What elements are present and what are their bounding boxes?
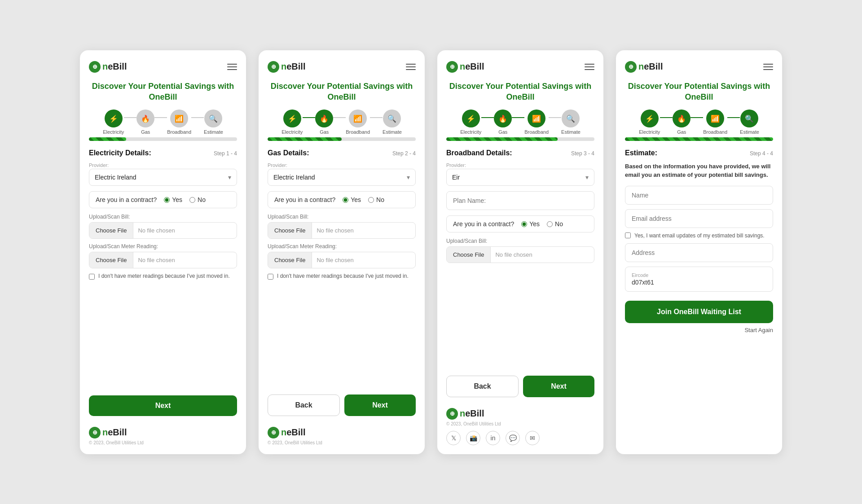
- contract-yes-radio-3[interactable]: [521, 221, 527, 227]
- contract-yes-radio-1[interactable]: [164, 197, 170, 203]
- step-broadband-2: 📶 Broadband: [346, 110, 370, 135]
- contract-no-radio-1[interactable]: [189, 197, 195, 203]
- email-input[interactable]: [625, 209, 773, 228]
- provider-select-3[interactable]: Eir ▾: [446, 169, 594, 186]
- step-label-gas-2: Gas: [320, 129, 329, 135]
- upload-meter-row-1: Choose File No file chosen: [89, 252, 237, 268]
- hamburger-menu-3[interactable]: [585, 64, 594, 70]
- email-updates-label: Yes, I want email updates of my estimate…: [634, 232, 765, 239]
- provider-select-1[interactable]: Electric Ireland ▾: [89, 169, 237, 186]
- header-1: ⊕ neBill: [89, 61, 237, 73]
- contract-no-label-3[interactable]: No: [547, 220, 563, 228]
- file-name-meter-1: No file chosen: [133, 252, 237, 268]
- step-electricity-2: ⚡ Electricity: [281, 110, 303, 135]
- eircode-label: Eircode: [632, 272, 766, 278]
- plan-name-input[interactable]: [446, 191, 594, 210]
- estimate-description: Based on the information you have provid…: [625, 162, 773, 180]
- next-button-1[interactable]: Next: [89, 395, 237, 416]
- contract-no-label-1[interactable]: No: [189, 196, 206, 203]
- footer-logo-3: ⊕ neBill: [446, 408, 484, 420]
- contract-yes-label-1[interactable]: Yes: [164, 196, 182, 203]
- back-button-3[interactable]: Back: [446, 376, 519, 397]
- section-title-3: Broadband Details:: [446, 149, 512, 157]
- step-broadband-1: 📶 Broadband: [167, 110, 191, 135]
- step-circle-estimate-3: 🔍: [562, 110, 580, 127]
- steps-row-2: ⚡ Electricity 🔥 Gas 📶 Broadband 🔍 Estima…: [268, 110, 416, 135]
- choose-file-bill-btn-3[interactable]: Choose File: [447, 247, 491, 263]
- step-label-electricity-1: Electricity: [103, 129, 124, 135]
- contract-no-label-2[interactable]: No: [368, 196, 384, 203]
- join-button[interactable]: Join OneBill Waiting List: [625, 301, 773, 323]
- step-broadband-3: 📶 Broadband: [524, 110, 549, 135]
- provider-select-2[interactable]: Electric Ireland ▾: [268, 169, 416, 186]
- progress-bar-4: [625, 137, 773, 141]
- step-line-2c: [370, 117, 383, 118]
- next-button-3[interactable]: Next: [523, 376, 594, 397]
- progress-bar-3: [446, 137, 594, 141]
- footer-2: ⊕ neBill © 2023, OneBill Utilities Ltd: [268, 427, 416, 445]
- footer-copyright-1: © 2023, OneBill Utilities Ltd: [89, 440, 144, 445]
- address-input[interactable]: [625, 243, 773, 262]
- choose-file-meter-btn-2[interactable]: Choose File: [268, 252, 312, 268]
- step-circle-electricity-4: ⚡: [641, 110, 659, 127]
- checkbox-row-2: I don't have meter readings because I've…: [268, 273, 416, 280]
- contract-no-radio-3[interactable]: [547, 221, 553, 227]
- logo-icon-1: ⊕: [89, 61, 101, 73]
- step-label-broadband-4: Broadband: [703, 129, 727, 135]
- upload-bill-row-1: Choose File No file chosen: [89, 222, 237, 239]
- step-label-broadband-3: Broadband: [524, 129, 549, 135]
- step-estimate-3: 🔍 Estimate: [561, 110, 581, 135]
- hamburger-menu-1[interactable]: [227, 64, 237, 70]
- progress-fill-4: [625, 137, 773, 141]
- upload-bill-label-2: Upload/Scan Bill:: [268, 214, 416, 220]
- name-input[interactable]: [625, 186, 773, 205]
- twitter-icon[interactable]: 𝕏: [446, 431, 461, 445]
- whatsapp-icon[interactable]: 💬: [506, 431, 520, 445]
- progress-fill-3: [446, 137, 558, 141]
- step-gas-2: 🔥 Gas: [315, 110, 333, 135]
- hamburger-menu-2[interactable]: [406, 64, 416, 70]
- step-label-broadband-1: Broadband: [167, 129, 191, 135]
- contract-yes-radio-2[interactable]: [343, 197, 348, 203]
- contract-no-radio-2[interactable]: [368, 197, 374, 203]
- logo-text-3: neBill: [460, 61, 484, 72]
- next-button-2[interactable]: Next: [344, 394, 416, 416]
- header-4: ⊕ neBill: [625, 61, 773, 73]
- no-meter-checkbox-2[interactable]: [268, 274, 273, 280]
- choose-file-meter-btn-1[interactable]: Choose File: [89, 252, 133, 268]
- section-title-1: Electricity Details:: [89, 149, 151, 157]
- linkedin-icon[interactable]: in: [486, 431, 500, 445]
- form-section-4: Estimate: Step 4 - 4 Based on the inform…: [625, 149, 773, 445]
- upload-bill-label-3: Upload/Scan Bill:: [446, 238, 594, 244]
- step-circle-gas-4: 🔥: [673, 110, 690, 127]
- contract-yes-label-3[interactable]: Yes: [521, 220, 540, 228]
- section-title-4: Estimate:: [625, 149, 657, 157]
- instagram-icon[interactable]: 📸: [466, 431, 480, 445]
- file-name-bill-3: No file chosen: [491, 247, 594, 263]
- logo-3: ⊕ neBill: [446, 61, 484, 73]
- contract-yes-label-2[interactable]: Yes: [343, 196, 361, 203]
- step-label-estimate-3: Estimate: [561, 129, 581, 135]
- email-icon[interactable]: ✉: [525, 431, 540, 445]
- choose-file-bill-btn-1[interactable]: Choose File: [89, 223, 133, 238]
- no-meter-checkbox-1[interactable]: [89, 274, 95, 280]
- start-again-link[interactable]: Start Again: [625, 327, 773, 333]
- steps-row-1: ⚡ Electricity 🔥 Gas 📶 Broadband 🔍 Estima…: [89, 110, 237, 135]
- step-label-electricity-2: Electricity: [281, 129, 303, 135]
- step-label-gas-4: Gas: [677, 129, 686, 135]
- social-row-3: 𝕏 📸 in 💬 ✉: [446, 431, 540, 445]
- provider-arrow-2: ▾: [407, 174, 410, 181]
- step-gas-4: 🔥 Gas: [673, 110, 690, 135]
- email-updates-checkbox[interactable]: [625, 232, 631, 238]
- footer-logo-icon-2: ⊕: [268, 427, 279, 438]
- step-line-1a: [124, 117, 136, 118]
- upload-bill-label-1: Upload/Scan Bill:: [89, 214, 237, 220]
- contract-row-3: Are you in a contract? Yes No: [446, 215, 594, 232]
- choose-file-bill-btn-2[interactable]: Choose File: [268, 223, 312, 238]
- hamburger-menu-4[interactable]: [763, 64, 773, 70]
- step-circle-estimate-2: 🔍: [383, 110, 401, 127]
- footer-logo-text-1: neBill: [102, 427, 127, 438]
- back-button-2[interactable]: Back: [268, 394, 340, 416]
- footer-logo-2: ⊕ neBill: [268, 427, 305, 438]
- step-electricity-4: ⚡ Electricity: [639, 110, 660, 135]
